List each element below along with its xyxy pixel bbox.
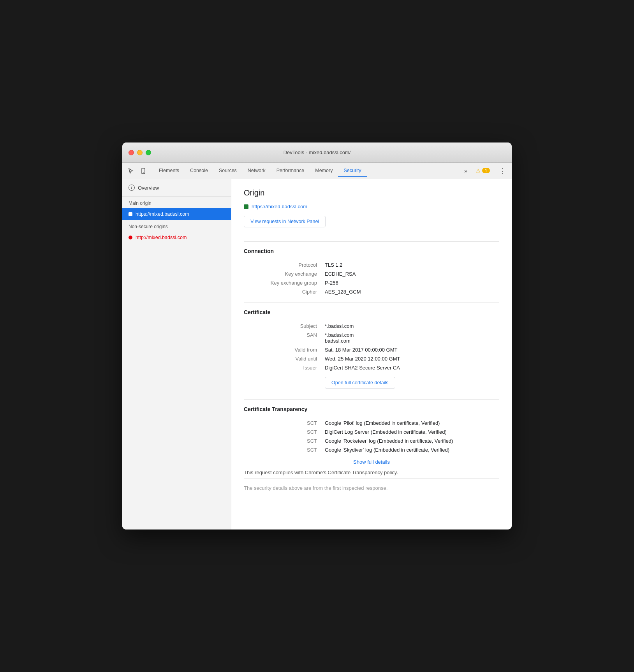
compliance-note: This request complies with Chrome's Cert… <box>244 470 499 475</box>
tab-elements[interactable]: Elements <box>153 165 185 177</box>
sct-value-3: Google 'Rocketeer' log (Embedded in cert… <box>322 436 499 445</box>
origin-heading: Origin <box>244 188 499 197</box>
issuer-value: DigiCert SHA2 Secure Server CA <box>322 363 499 372</box>
more-tabs-button[interactable]: » <box>461 166 470 176</box>
sct-value-4: Google 'Skydiver' log (Embedded in certi… <box>322 445 499 454</box>
cipher-label: Cipher <box>244 287 322 296</box>
toolbar: Elements Console Sources Network Perform… <box>122 163 512 179</box>
sct-label-2: SCT <box>244 427 322 436</box>
tab-console[interactable]: Console <box>185 165 213 177</box>
main-origin-url: https://mixed.badssl.com <box>136 211 189 217</box>
detail-panel: Origin https://mixed.badssl.com View req… <box>231 179 512 530</box>
show-full-details-link[interactable]: Show full details <box>244 459 499 465</box>
valid-until-label: Valid until <box>244 354 322 363</box>
table-row: SCT Google 'Skydiver' log (Embedded in c… <box>244 445 499 454</box>
subject-value: *.badssl.com <box>322 322 499 331</box>
table-row: Valid from Sat, 18 Mar 2017 00:00:00 GMT <box>244 345 499 354</box>
title-bar: DevTools - mixed.badssl.com/ <box>122 142 512 163</box>
secure-indicator-icon <box>244 204 248 209</box>
view-network-button[interactable]: View requests in Network Panel <box>244 216 326 227</box>
warning-triangle-icon: ⚠ <box>476 168 481 174</box>
device-icon[interactable] <box>138 165 149 176</box>
certificate-section-title: Certificate <box>244 309 499 315</box>
san-label: SAN <box>244 331 322 345</box>
devtools-window: DevTools - mixed.badssl.com/ Elements Co… <box>122 142 512 530</box>
nav-tabs: Elements Console Sources Network Perform… <box>153 165 461 177</box>
info-icon: i <box>129 185 135 191</box>
valid-from-value: Sat, 18 Mar 2017 00:00:00 GMT <box>322 345 499 354</box>
table-row: Open full certificate details <box>244 372 499 393</box>
issuer-label: Issuer <box>244 363 322 372</box>
sidebar-item-main-origin[interactable]: https://mixed.badssl.com <box>122 208 231 220</box>
key-exchange-group-label: Key exchange group <box>244 278 322 287</box>
non-secure-url: http://mixed.badssl.com <box>136 235 187 240</box>
sidebar: i Overview Main origin https://mixed.bad… <box>122 179 231 530</box>
valid-from-label: Valid from <box>244 345 322 354</box>
table-row: Cipher AES_128_GCM <box>244 287 499 296</box>
sct-label-3: SCT <box>244 436 322 445</box>
origin-url-row: https://mixed.badssl.com <box>244 204 499 209</box>
tab-security[interactable]: Security <box>338 165 366 177</box>
valid-until-value: Wed, 25 Mar 2020 12:00:00 GMT <box>322 354 499 363</box>
main-content: i Overview Main origin https://mixed.bad… <box>122 179 512 530</box>
origin-url-link[interactable]: https://mixed.badssl.com <box>252 204 307 209</box>
sct-value-2: DigiCert Log Server (Embedded in certifi… <box>322 427 499 436</box>
more-options-button[interactable]: ⋮ <box>497 165 509 177</box>
tab-performance[interactable]: Performance <box>271 165 310 177</box>
connection-table: Protocol TLS 1.2 Key exchange ECDHE_RSA … <box>244 260 499 296</box>
cipher-value: AES_128_GCM <box>322 287 499 296</box>
connection-divider <box>244 241 499 242</box>
sidebar-overview-label: Overview <box>138 185 159 191</box>
sct-label-4: SCT <box>244 445 322 454</box>
tab-memory[interactable]: Memory <box>310 165 338 177</box>
non-secure-section-label: Non-secure origins <box>122 220 231 232</box>
protocol-value: TLS 1.2 <box>322 260 499 269</box>
table-row: Valid until Wed, 25 Mar 2020 12:00:00 GM… <box>244 354 499 363</box>
table-row: SCT Google 'Rocketeer' log (Embedded in … <box>244 436 499 445</box>
table-row: Key exchange ECDHE_RSA <box>244 269 499 278</box>
table-row: SCT DigiCert Log Server (Embedded in cer… <box>244 427 499 436</box>
table-row: SCT Google 'Pilot' log (Embedded in cert… <box>244 419 499 427</box>
table-row: Key exchange group P-256 <box>244 278 499 287</box>
main-origin-section-label: Main origin <box>122 197 231 208</box>
table-row: SAN *.badssl.com badssl.com <box>244 331 499 345</box>
key-exchange-label: Key exchange <box>244 269 322 278</box>
toolbar-icons <box>125 165 149 176</box>
transparency-section-title: Certificate Transparency <box>244 406 499 412</box>
tab-sources[interactable]: Sources <box>213 165 242 177</box>
open-certificate-button[interactable]: Open full certificate details <box>325 377 395 389</box>
sidebar-item-non-secure[interactable]: http://mixed.badssl.com <box>122 232 231 243</box>
table-row: Subject *.badssl.com <box>244 322 499 331</box>
subject-label: Subject <box>244 322 322 331</box>
warning-badge: 1 <box>482 168 490 173</box>
key-exchange-value: ECDHE_RSA <box>322 269 499 278</box>
cursor-icon[interactable] <box>125 165 136 176</box>
table-row: Issuer DigiCert SHA2 Secure Server CA <box>244 363 499 372</box>
certificate-divider <box>244 303 499 303</box>
sct-label-1: SCT <box>244 419 322 427</box>
warning-tab: ⚠ 1 <box>470 165 495 178</box>
tab-network[interactable]: Network <box>242 165 271 177</box>
transparency-divider <box>244 399 499 400</box>
traffic-lights <box>129 150 151 155</box>
window-title: DevTools - mixed.badssl.com/ <box>284 150 351 155</box>
connection-section-title: Connection <box>244 248 499 254</box>
maximize-button[interactable] <box>146 150 151 155</box>
table-row: Protocol TLS 1.2 <box>244 260 499 269</box>
minimize-button[interactable] <box>137 150 143 155</box>
secure-dot-icon <box>129 212 132 216</box>
sidebar-overview[interactable]: i Overview <box>122 179 231 197</box>
protocol-label: Protocol <box>244 260 322 269</box>
insecure-dot-icon <box>129 236 132 239</box>
footer-note: The security details above are from the … <box>244 478 499 491</box>
sct-value-1: Google 'Pilot' log (Embedded in certific… <box>322 419 499 427</box>
san-value1: *.badssl.com badssl.com <box>322 331 499 345</box>
certificate-table: Subject *.badssl.com SAN *.badssl.com ba… <box>244 322 499 393</box>
close-button[interactable] <box>129 150 134 155</box>
sct-table: SCT Google 'Pilot' log (Embedded in cert… <box>244 419 499 454</box>
key-exchange-group-value: P-256 <box>322 278 499 287</box>
